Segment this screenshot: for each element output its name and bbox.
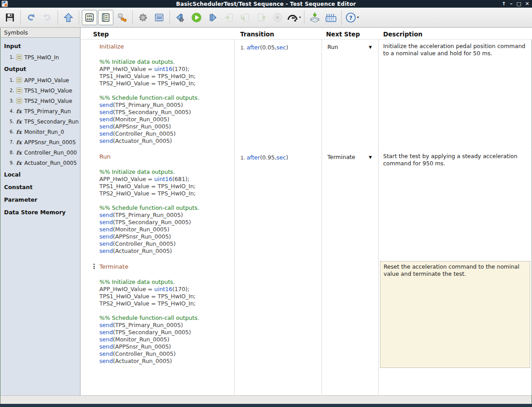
step-cell-terminate[interactable]: •••Terminate%% Initialize data outputs.A… — [80, 260, 235, 370]
description-cell-terminate[interactable]: Reset the acceleration command to the no… — [379, 260, 532, 370]
code-text: (Controller_Run_0005) — [113, 350, 176, 357]
symbol-item[interactable]: 1.APP_HwIO_Value — [0, 75, 80, 85]
symbols-list: Input1.TPS_HwIO_InOutput1.APP_HwIO_Value… — [0, 38, 80, 395]
code-keyword: send — [99, 248, 113, 254]
code-comment: %% Initialize data outputs. — [99, 168, 175, 175]
code-line: TPS1_HwIO_Value = TPS_HwIO_In; — [99, 73, 232, 80]
code-line: %% Schedule function-call outputs. — [99, 204, 232, 212]
maximize-button[interactable]: □ — [516, 0, 521, 8]
table-view-button[interactable] — [152, 10, 167, 25]
symbol-item[interactable]: 2.TPS1_HwIO_Value — [0, 85, 80, 96]
symbols-section-input: Input1.TPS_HwIO_In — [0, 40, 80, 62]
step-name[interactable]: Run — [99, 153, 232, 160]
add-transition-button[interactable] — [323, 10, 339, 25]
next-step-dropdown[interactable]: Run▼ — [327, 44, 372, 50]
step-menu-dots-icon[interactable]: ••• — [93, 264, 96, 270]
stepback-icon — [175, 13, 186, 22]
dropdown-arrow-icon: ▼ — [369, 155, 372, 159]
close-button[interactable]: ✕ — [525, 0, 529, 8]
code-comment: %% Schedule function-call outputs. — [99, 94, 199, 101]
save-button[interactable] — [2, 10, 18, 25]
symbol-name: TPS_HwIO_In — [24, 54, 59, 61]
layers-icon — [309, 12, 320, 23]
code-keyword: send — [99, 343, 113, 350]
transition-cell-initialize[interactable]: 1.after(0.05,sec) — [235, 40, 322, 150]
code-line: send(TPS_Primary_Run_0005) — [99, 102, 232, 109]
code-line: send(Controller_Run_0005) — [99, 350, 232, 358]
help-button[interactable]: ?▾ — [344, 10, 360, 25]
help-icon: ? — [345, 12, 356, 23]
code-line: TPS1_HwIO_Value = TPS_HwIO_In; — [99, 183, 232, 190]
code-line — [99, 307, 232, 314]
step-back-button[interactable] — [173, 10, 188, 25]
step-cell-initialize[interactable]: Initialize%% Initialize data outputs.APP… — [80, 40, 235, 150]
window-bottom-edge — [0, 404, 532, 407]
symbol-item[interactable]: 5.fxTPS_Secondary_Run — [0, 116, 80, 127]
section-label[interactable]: Parameter — [0, 193, 80, 206]
transition-expression[interactable]: 1.after(0.05,sec) — [241, 44, 320, 51]
section-label[interactable]: Constant — [0, 181, 80, 193]
symbol-index: 4. — [7, 109, 14, 114]
symbol-item[interactable]: 1.TPS_HwIO_In — [0, 52, 80, 62]
svg-text:101: 101 — [87, 14, 93, 18]
description-edit-box[interactable]: Reset the acceleration command to the no… — [380, 261, 530, 368]
symbol-item[interactable]: 3.TPS2_HwIO_Value — [0, 96, 80, 106]
transition-cell-terminate[interactable] — [235, 260, 322, 370]
symbol-item[interactable]: 9.fxActuator_Run_0005 — [0, 158, 80, 168]
step-forward-button[interactable] — [205, 10, 220, 25]
step-name[interactable]: Terminate — [99, 263, 232, 270]
restore-up-button[interactable]: ↑ — [502, 0, 506, 8]
symbols-panel-button[interactable] — [114, 10, 130, 25]
transition-cell-run[interactable]: 1.after(0.95, sec) — [235, 150, 322, 260]
next-step-value: Terminate — [327, 154, 355, 160]
undo-button[interactable] — [23, 10, 39, 25]
code-line: send(Monitor_Run_0005) — [99, 336, 232, 343]
step-code-block[interactable]: %% Initialize data outputs.APP_HwIO_Valu… — [99, 58, 232, 145]
step-over-button — [237, 10, 253, 25]
code-text: (APPSnsr_Run_0005) — [113, 233, 171, 240]
caret-down-icon: ▾ — [357, 15, 359, 19]
go-up-button[interactable] — [61, 10, 76, 25]
code-line: send(Actuator_Run_0005) — [99, 137, 232, 145]
description-cell-initialize[interactable]: Initialize the acceleration pedal positi… — [379, 40, 532, 150]
stepin-icon — [224, 13, 234, 22]
symbol-item[interactable]: 6.fxMonitor_Run_0 — [0, 127, 80, 137]
section-label[interactable]: Local — [0, 168, 80, 181]
section-label[interactable]: Input — [0, 40, 80, 52]
step-code-block[interactable]: %% Initialize data outputs.APP_HwIO_Valu… — [99, 168, 232, 255]
column-header-step: Step — [80, 28, 235, 40]
code-keyword: send — [99, 233, 113, 240]
transition-expression[interactable]: 1.after(0.95, sec) — [241, 154, 320, 161]
add-step-after-button[interactable] — [307, 10, 322, 25]
next-step-dropdown[interactable]: Terminate▼ — [327, 154, 372, 160]
symbol-index: 3. — [7, 98, 14, 103]
toolbar-separator — [170, 10, 170, 25]
code-text: (681); — [172, 176, 189, 182]
settings-button[interactable] — [135, 10, 151, 25]
step-code-block[interactable]: %% Initialize data outputs.APP_HwIO_Valu… — [99, 279, 232, 365]
code-line: TPS2_HwIO_Value = TPS_HwIO_In; — [99, 80, 232, 87]
minimize-button[interactable]: – — [510, 0, 513, 8]
section-label[interactable]: Output — [0, 62, 80, 75]
sequence-editor-main: StepTransitionNext StepDescriptionInitia… — [80, 28, 532, 395]
run-button[interactable] — [189, 10, 204, 25]
code-keyword: send — [99, 137, 113, 144]
toolbar-separator — [20, 10, 21, 25]
column-header-description: Description — [379, 28, 532, 40]
code-line: %% Initialize data outputs. — [99, 58, 232, 66]
test-sequence-editor-window: BasicSchedulerTest/Test Sequence - Test … — [0, 0, 532, 407]
next-step-cell-terminate — [322, 260, 379, 370]
code-keyword: send — [99, 102, 113, 108]
symbol-item[interactable]: 4.fxTPS_Primary_Run — [0, 106, 80, 116]
symbol-item[interactable]: 8.fxController_Run_000 — [0, 147, 80, 158]
code-view-toggle-button[interactable]: 101010 — [82, 10, 97, 25]
description-cell-run[interactable]: Start the test by applying a steady acce… — [379, 150, 532, 260]
section-label[interactable]: Data Store Memory — [0, 206, 80, 218]
symbol-item[interactable]: 7.fxAPPSnsr_Run_0005 — [0, 137, 80, 147]
step-name[interactable]: Initialize — [99, 43, 232, 50]
step-cell-run[interactable]: Run%% Initialize data outputs.APP_HwIO_V… — [80, 150, 235, 260]
outline-view-toggle-button[interactable] — [98, 10, 113, 25]
next-step-cell-initialize: Run▼ — [322, 40, 379, 150]
simulation-pacing-button[interactable]: ▾ — [286, 10, 301, 25]
step-in-button — [221, 10, 237, 25]
